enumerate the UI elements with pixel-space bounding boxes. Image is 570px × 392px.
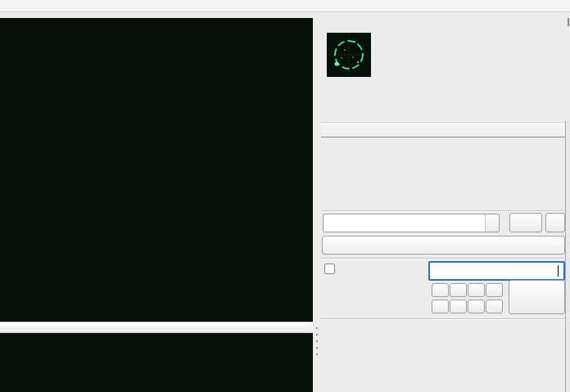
show-velocity-distribution-button[interactable]: [322, 236, 565, 255]
end-big-left-button[interactable]: [432, 300, 449, 313]
dock-splitter-grip[interactable]: [316, 327, 318, 355]
time-plot-lower[interactable]: [0, 333, 313, 392]
end-big-right-button[interactable]: [486, 300, 503, 313]
plot-splitter-horizontal[interactable]: [0, 322, 313, 333]
start-right-button[interactable]: [468, 283, 485, 297]
source-frequency-spinbox[interactable]: [323, 214, 500, 232]
panel-scrollbar[interactable]: [565, 121, 570, 392]
time-plot-upper[interactable]: [0, 18, 313, 322]
start-left-button[interactable]: [450, 283, 467, 297]
iq-constellation-icon: [327, 33, 371, 77]
start-big-left-button[interactable]: [432, 283, 449, 297]
spinbox-arrows[interactable]: [485, 214, 499, 232]
section-divider: [321, 318, 565, 320]
cycles-input[interactable]: [428, 261, 565, 281]
text-cursor: [558, 265, 559, 277]
periodic-selection-checkbox[interactable]: [324, 264, 335, 274]
tools-dock-panel: [321, 0, 570, 392]
end-left-button[interactable]: [450, 300, 467, 313]
section-divider: [321, 258, 565, 259]
start-big-right-button[interactable]: [486, 283, 503, 297]
section-divider: [321, 210, 565, 212]
measurements-section-header[interactable]: [321, 122, 565, 137]
lock-button[interactable]: [509, 280, 565, 314]
end-right-button[interactable]: [468, 300, 485, 313]
frequency-next-button[interactable]: [545, 213, 565, 232]
dock-corner-widget: [568, 18, 569, 26]
frequency-prev-button[interactable]: [509, 213, 542, 232]
application-window: [0, 0, 570, 392]
